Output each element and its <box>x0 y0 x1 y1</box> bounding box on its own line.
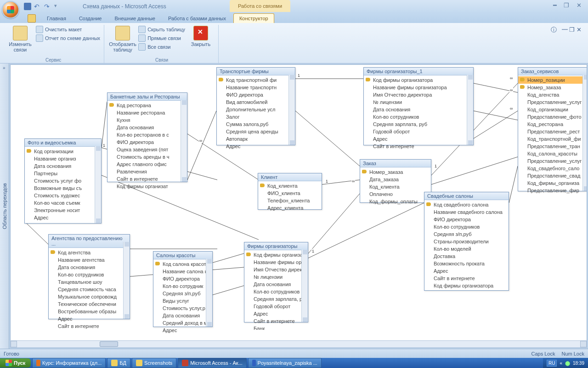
field[interactable]: Сайт в интернете <box>364 143 473 150</box>
field[interactable]: Партнеры <box>25 170 101 177</box>
table-transport[interactable]: Транспортые фирмыКод транспортной фиНазв… <box>216 67 295 145</box>
language-indicator[interactable]: RU <box>547 360 557 367</box>
field[interactable]: Годовой оборот <box>364 128 473 135</box>
scrollbar[interactable] <box>123 242 130 319</box>
field[interactable]: Страны-производители <box>424 238 509 245</box>
tab-dbtools[interactable]: Работа с базами данных <box>163 14 232 23</box>
taskbar-button[interactable]: Microsoft Access - Ак... <box>178 358 247 368</box>
field[interactable]: Дата основания <box>25 162 101 170</box>
field[interactable]: Дата основания <box>364 106 473 113</box>
edit-relationships-button[interactable]: Изменить связи <box>6 25 34 57</box>
field[interactable]: Сайт в интернете <box>49 322 130 330</box>
field[interactable]: Код салона красот <box>153 260 212 268</box>
taskbar-button[interactable]: Poyasnitelnaya_zapiska ... <box>248 358 322 368</box>
field[interactable]: Дата основания <box>153 312 212 319</box>
field[interactable]: Код фирмы организатора <box>424 282 509 289</box>
field[interactable]: Код_свадебного_сало <box>518 165 587 172</box>
field[interactable]: Код_клиента <box>258 182 322 190</box>
field[interactable]: Код фирмы организа <box>244 251 308 259</box>
field[interactable]: Название фирмы организатора <box>364 84 473 91</box>
table-header[interactable]: Фото и видеосъемка <box>25 139 101 147</box>
field[interactable]: Предоставление_фото <box>518 113 587 121</box>
scrollbar[interactable] <box>95 146 101 223</box>
navpane-toggle-icon[interactable]: » <box>3 65 6 70</box>
field[interactable]: Название свадебного салона <box>424 208 509 216</box>
field[interactable]: Номер_позиции <box>518 76 587 84</box>
field[interactable]: Название агентства <box>49 256 130 264</box>
field[interactable]: Адрес <box>217 143 295 150</box>
field[interactable]: Адрес главного офис <box>107 161 187 168</box>
field[interactable]: Адрес <box>49 315 130 322</box>
field[interactable]: № лицензии <box>364 98 473 106</box>
table-header[interactable]: Фирмы организаторы_1 <box>364 68 473 75</box>
scrollbar[interactable] <box>181 100 187 182</box>
field[interactable]: Код_агенства <box>518 91 587 98</box>
relationships-canvas[interactable]: 1∞ 1∞ 1∞ ∞∞ 11 Фото и видеосъемкаКод орг… <box>10 64 587 348</box>
field[interactable]: Код организации <box>25 148 101 155</box>
field[interactable]: Стоимость художес <box>25 192 101 199</box>
field[interactable]: Код_организации <box>518 106 587 113</box>
taskbar-button[interactable]: БД <box>107 358 130 368</box>
field[interactable]: ФИО директора <box>153 275 212 282</box>
field[interactable]: Дата основания <box>107 124 187 131</box>
field[interactable]: Предоставление_тран <box>518 143 587 150</box>
tab-design[interactable]: Конструктор <box>233 13 274 23</box>
field[interactable]: Музыкальное сопровожд <box>49 293 130 300</box>
table-header[interactable]: Банкетные залы и Рестораны <box>107 93 187 101</box>
table-header[interactable]: Свадебные салоны <box>424 192 509 200</box>
field[interactable]: Код фирмы организатора <box>364 76 473 84</box>
field[interactable]: Номер_заказа <box>360 168 431 176</box>
scrollbar[interactable] <box>288 75 295 145</box>
field[interactable]: Вид автомобилей <box>217 98 295 106</box>
field[interactable]: Код_транспортной_фи <box>518 135 587 143</box>
qat-dropdown-icon[interactable]: ▾ <box>54 3 62 10</box>
relationship-report-button[interactable]: Отчет по схеме данных <box>36 34 100 42</box>
field[interactable]: Адрес <box>424 267 509 275</box>
field[interactable]: Годовой оборот <box>244 303 308 310</box>
paste-icon[interactable] <box>26 14 38 23</box>
field[interactable]: Код фирмы организат <box>107 183 187 190</box>
clear-layout-button[interactable]: Очистить макет <box>36 26 100 33</box>
table-header[interactable]: Заказ <box>360 160 431 167</box>
field[interactable]: Стоимость услуг фо <box>25 177 101 184</box>
field[interactable]: Название транспортн <box>217 84 295 91</box>
field[interactable]: Средняя зарплата, ру <box>244 295 308 303</box>
field[interactable]: Средняя з/п,руб <box>424 230 509 238</box>
field[interactable]: Танцевальное шоу <box>49 278 130 286</box>
field[interactable]: Адрес <box>25 214 101 221</box>
field[interactable]: ФИО директора <box>107 138 187 146</box>
field[interactable]: Код_ресторана <box>518 121 587 128</box>
show-table-button[interactable]: Отобразить таблицу <box>109 25 136 57</box>
field[interactable]: Название салона к <box>153 268 212 275</box>
field[interactable]: Кухня <box>107 116 187 124</box>
table-header[interactable]: Клиент <box>258 173 322 181</box>
field[interactable]: № лицензии <box>244 273 308 281</box>
field[interactable]: Кол-во ресторанов в с <box>107 131 187 138</box>
table-header[interactable]: Заказ_сервисов <box>518 68 587 75</box>
table-wedding[interactable]: Свадебные салоныКод свадебного салонаНаз… <box>424 192 509 291</box>
field[interactable]: Кол-во часов съемк <box>25 199 101 207</box>
tab-home[interactable]: Главная <box>41 14 72 23</box>
field[interactable]: Кол-во сотрудников <box>49 271 130 278</box>
field[interactable]: Телефон_клиента <box>258 197 322 204</box>
field[interactable]: Кол-во сотрудник <box>153 282 212 290</box>
field[interactable]: Название фирмы ор <box>244 259 308 266</box>
tray-icon[interactable]: « <box>560 361 562 366</box>
table-agency[interactable]: Агентства по предоставлению ...Код агент… <box>48 234 130 319</box>
office-button[interactable] <box>2 1 19 18</box>
table-header[interactable]: Агентства по предоставлению ... <box>49 235 130 248</box>
field[interactable]: Кол-во сотрудников <box>364 113 473 121</box>
field[interactable]: Код агентства <box>49 249 130 256</box>
field[interactable]: Оплачено <box>360 190 431 198</box>
field[interactable]: Возможность проката <box>424 260 509 267</box>
table-header[interactable]: Транспортые фирмы <box>217 68 295 75</box>
taskbar-button[interactable]: Курс: Информатика (дл... <box>32 358 106 368</box>
field[interactable]: Код транспортной фи <box>217 76 295 84</box>
window-controls[interactable]: ━ ❐ ✕ <box>553 2 584 9</box>
direct-rel-button[interactable]: Прямые связи <box>138 34 185 42</box>
close-button[interactable]: Закрыть <box>187 25 215 57</box>
field[interactable]: Предоставление_услуг <box>518 98 587 106</box>
field[interactable]: Дата_заказа <box>360 176 431 183</box>
field[interactable]: Предоставление_услуг <box>518 157 587 165</box>
field[interactable]: Предоставление_рест <box>518 128 587 135</box>
